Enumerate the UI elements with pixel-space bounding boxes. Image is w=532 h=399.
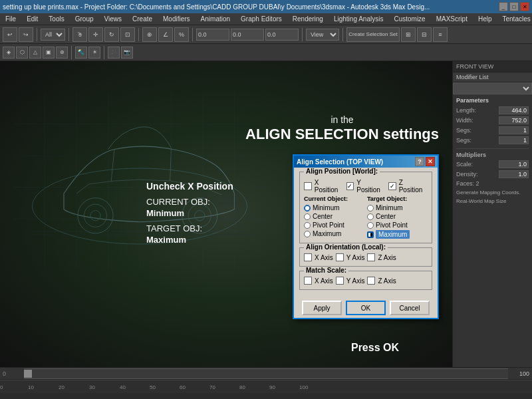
width-input[interactable] [499,116,529,124]
timeline-handle[interactable] [24,370,32,378]
toolbar-btn-1[interactable]: ↩ [3,27,17,42]
orient-x-checkbox[interactable] [304,253,312,261]
timeline-bar: 0 100 [0,368,532,380]
scale-row: Scale: [456,160,529,168]
view-select[interactable]: View [306,29,339,41]
x-position-checkbox[interactable] [304,182,312,190]
align-btn[interactable]: ⊟ [417,27,432,42]
current-maximum-label: Maximum [313,230,341,237]
current-center-radio[interactable] [304,213,311,220]
close-button[interactable]: ✕ [520,2,529,11]
tb2-btn-4[interactable]: ▣ [43,47,55,59]
segs1-input[interactable] [499,126,529,134]
menu-tools[interactable]: Tools [46,15,66,23]
orientation-checkboxes: X Axis Y Axis Z Axis [304,253,428,261]
target-minimum-label: Minimum [376,204,403,211]
percent-snap-btn[interactable]: % [174,27,189,42]
angle-snap-btn[interactable]: ∠ [158,27,173,42]
menu-file[interactable]: File [3,15,19,23]
current-maximum-radio[interactable] [304,231,311,237]
tb2-btn-5[interactable]: ⊛ [56,47,68,59]
viewport-label: FRONT VIEW [453,61,532,72]
menu-create[interactable]: Create [130,15,155,23]
length-label: Length: [456,107,476,114]
y-coord-input[interactable] [231,29,264,41]
target-minimum-radio[interactable] [367,205,374,211]
tb2-btn-1[interactable]: ◈ [3,47,15,59]
current-minimum-radio[interactable] [304,205,311,211]
scale-x-checkbox[interactable] [304,277,312,285]
world-map-label[interactable]: Real-World Map Size [456,198,529,204]
menu-views[interactable]: Views [102,15,125,23]
menu-maxscript[interactable]: MAXScript [434,15,470,23]
width-label: Width: [456,117,473,124]
z-coord-input[interactable] [265,29,299,41]
target-center-radio[interactable] [367,213,374,220]
density-row: Density: [456,170,529,178]
apply-button[interactable]: Apply [302,301,342,315]
x-coord-input[interactable] [196,29,229,41]
scale-input[interactable] [499,160,529,168]
tb2-btn-2[interactable]: ⬡ [16,47,28,59]
menu-customize[interactable]: Customize [391,15,428,23]
cancel-button[interactable]: Cancel [390,301,430,315]
scale-tool-btn[interactable]: ⊡ [120,27,135,42]
menu-rendering[interactable]: Rendering [290,15,326,23]
align-orientation-group: Align Orientation (Local): X Axis Y Axis… [299,247,432,267]
timeline-track[interactable] [24,368,508,379]
target-center-label: Center [376,213,396,220]
ok-button[interactable]: OK [346,301,386,315]
select-tool-btn[interactable]: 🖱 [72,27,87,42]
dialog-help-button[interactable]: ? [415,157,424,166]
viewport[interactable]: Uncheck X Position CURRENT OBJ: Minimum … [0,61,452,367]
menu-animation[interactable]: Animation [198,15,233,23]
length-input[interactable]: 464.0 [499,106,529,114]
tb2-btn-3[interactable]: △ [29,47,41,59]
target-maximum-radio[interactable] [367,231,374,238]
named-select-btn[interactable]: Create Selection Set [346,27,400,42]
modifier-select[interactable] [453,82,532,94]
mirror-btn[interactable]: ⊞ [401,27,416,42]
menu-graph-editors[interactable]: Graph Editors [238,15,285,23]
minimize-button[interactable]: _ [499,2,508,11]
z-position-checkbox[interactable] [388,182,396,190]
current-pivot-radio[interactable] [304,222,311,229]
segs2-input[interactable] [499,136,529,144]
move-tool-btn[interactable]: ✛ [88,27,103,42]
menu-tentacles[interactable]: Tentacles [500,15,533,23]
orient-y-checkbox[interactable] [336,253,344,261]
target-obj-label: TARGET OBJ: [146,223,233,233]
tb2-btn-8[interactable]: 🎥 [108,47,120,59]
orient-z-checkbox[interactable] [367,253,375,261]
rotate-tool-btn[interactable]: ↻ [104,27,119,42]
menu-help[interactable]: Help [475,15,495,23]
toolbar-btn-2[interactable]: ↪ [19,27,33,42]
menu-edit[interactable]: Edit [24,15,41,23]
target-pivot-radio[interactable] [367,222,374,229]
dialog-close-button[interactable]: ✕ [426,157,435,166]
menu-group[interactable]: Group [72,15,96,23]
toolbar-sep-3 [138,28,139,41]
map-coords-label[interactable]: Generate Mapping Coords. [456,190,529,196]
scale-z-checkbox[interactable] [367,277,375,285]
segs2-row: Segs: [456,136,529,144]
length-row: Length: 464.0 [456,106,529,114]
tb2-btn-6[interactable]: 🔦 [75,47,87,59]
menu-modifiers[interactable]: Modifiers [160,15,193,23]
y-position-checkbox[interactable] [346,182,354,190]
scale-y-checkbox[interactable] [336,277,344,285]
selection-filter-select[interactable]: All [41,29,65,41]
ruler-80: 80 [239,384,245,390]
maximize-button[interactable]: □ [509,2,519,11]
layer-btn[interactable]: ≡ [433,27,448,42]
toolbar-sep-5 [302,28,303,41]
menu-lighting[interactable]: Lighting Analysis [331,15,386,23]
svg-point-3 [90,211,100,221]
current-minimum-row: Minimum [304,204,364,211]
scale-label: Scale: [456,161,473,168]
main-toolbar: ↩ ↪ All 🖱 ✛ ↻ ⊡ ⊕ ∠ % View Create Select… [0,25,532,44]
snaps-btn[interactable]: ⊕ [142,27,157,42]
tb2-btn-7[interactable]: ☀ [88,47,100,59]
density-input[interactable] [499,170,529,178]
tb2-btn-9[interactable]: 📷 [121,47,133,59]
